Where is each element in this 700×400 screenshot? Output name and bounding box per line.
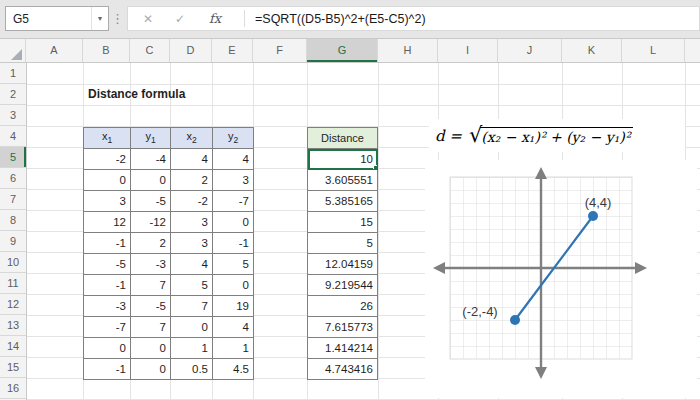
- column-header-L[interactable]: L: [622, 39, 685, 62]
- cell[interactable]: 5.385165: [308, 191, 378, 212]
- column-header-C[interactable]: C: [130, 39, 170, 62]
- distance-formula-image[interactable]: d = √ (x₂ − x₁)² + (y₂ − y₁)²: [429, 119, 685, 152]
- row-header-12[interactable]: 12: [0, 294, 26, 315]
- cell[interactable]: 0: [213, 212, 254, 233]
- cell[interactable]: 3: [84, 191, 131, 212]
- name-box[interactable]: G5 ▾: [5, 6, 109, 31]
- row-header-2[interactable]: 2: [0, 84, 26, 105]
- cell[interactable]: 26: [308, 296, 378, 317]
- row-header-1[interactable]: 1: [0, 63, 26, 84]
- column-header-K[interactable]: K: [562, 39, 622, 62]
- column-header-D[interactable]: D: [170, 39, 212, 62]
- cell[interactable]: 4: [171, 149, 213, 170]
- column-header-x1[interactable]: x1: [84, 128, 131, 149]
- select-all-corner[interactable]: [0, 39, 26, 62]
- cell[interactable]: -1: [84, 233, 131, 254]
- column-header-I[interactable]: I: [438, 39, 498, 62]
- cell[interactable]: 9.219544: [308, 275, 378, 296]
- cancel-icon[interactable]: ✕: [136, 12, 160, 26]
- row-header-13[interactable]: 13: [0, 315, 26, 336]
- fill-handle[interactable]: [373, 165, 378, 170]
- cell[interactable]: 12.04159: [308, 254, 378, 275]
- cell[interactable]: 7.615773: [308, 317, 378, 338]
- selected-cell-G5[interactable]: 10: [308, 149, 378, 170]
- cell[interactable]: 5: [308, 233, 378, 254]
- coordinate-plane-chart[interactable]: (-2,-4) (4,4): [425, 160, 697, 398]
- cell[interactable]: -5: [131, 296, 171, 317]
- cell[interactable]: 4.743416: [308, 359, 378, 380]
- cell[interactable]: 0: [84, 338, 131, 359]
- cell[interactable]: -5: [131, 191, 171, 212]
- column-header-F[interactable]: F: [253, 39, 307, 62]
- cell[interactable]: -7: [213, 191, 254, 212]
- column-header-H[interactable]: H: [378, 39, 438, 62]
- row-header-16[interactable]: 16: [0, 378, 26, 399]
- cell[interactable]: 3.605551: [308, 170, 378, 191]
- row-header-3[interactable]: 3: [0, 105, 26, 126]
- formula-input[interactable]: =SQRT((D5-B5)^2+(E5-C5)^2): [255, 12, 426, 26]
- column-header-y1[interactable]: y1: [131, 128, 171, 149]
- enter-icon[interactable]: ✓: [168, 12, 192, 26]
- cell[interactable]: 4: [171, 254, 213, 275]
- row-header-7[interactable]: 7: [0, 189, 26, 210]
- row-header-4[interactable]: 4: [0, 126, 26, 147]
- cell[interactable]: 5: [213, 254, 254, 275]
- cell[interactable]: 0: [171, 317, 213, 338]
- cell[interactable]: 3: [213, 170, 254, 191]
- cell[interactable]: 19: [213, 296, 254, 317]
- cell[interactable]: 5: [171, 275, 213, 296]
- cell[interactable]: 0: [131, 338, 171, 359]
- row-header-11[interactable]: 11: [0, 273, 26, 294]
- cell[interactable]: -12: [131, 212, 171, 233]
- cell[interactable]: 3: [171, 212, 213, 233]
- column-header-G[interactable]: G: [307, 39, 378, 62]
- cell[interactable]: 0: [84, 170, 131, 191]
- row-header-5[interactable]: 5: [0, 147, 26, 168]
- column-header-A[interactable]: A: [26, 39, 83, 62]
- cell[interactable]: 7: [171, 296, 213, 317]
- cell[interactable]: 4: [213, 317, 254, 338]
- cell[interactable]: 4.5: [213, 359, 254, 380]
- cell[interactable]: -3: [131, 254, 171, 275]
- insert-function-icon[interactable]: fx: [202, 11, 228, 26]
- column-header-x2[interactable]: x2: [171, 128, 213, 149]
- cell[interactable]: 0: [131, 170, 171, 191]
- row-header-9[interactable]: 9: [0, 231, 26, 252]
- spreadsheet-app: G5 ▾ ⋮ ✕ ✓ fx =SQRT((D5-B5)^2+(E5-C5)^2)…: [0, 0, 700, 400]
- cell[interactable]: -1: [84, 359, 131, 380]
- cell[interactable]: 2: [171, 170, 213, 191]
- cell[interactable]: 0: [131, 359, 171, 380]
- cell[interactable]: 2: [131, 233, 171, 254]
- row-header-6[interactable]: 6: [0, 168, 26, 189]
- cell[interactable]: -2: [171, 191, 213, 212]
- column-header-B[interactable]: B: [83, 39, 130, 62]
- cell[interactable]: 15: [308, 212, 378, 233]
- cell[interactable]: 7: [131, 275, 171, 296]
- column-header-J[interactable]: J: [498, 39, 562, 62]
- cell-title[interactable]: Distance formula: [88, 84, 185, 105]
- cell[interactable]: 0: [213, 275, 254, 296]
- cell[interactable]: 3: [171, 233, 213, 254]
- cell[interactable]: 1: [171, 338, 213, 359]
- cell[interactable]: -2: [84, 149, 131, 170]
- cell[interactable]: 1: [213, 338, 254, 359]
- column-header-y2[interactable]: y2: [213, 128, 254, 149]
- chevron-down-icon[interactable]: ▾: [91, 7, 108, 30]
- distance-header-cell[interactable]: Distance: [308, 128, 378, 149]
- row-header-15[interactable]: 15: [0, 357, 26, 378]
- cell[interactable]: -3: [84, 296, 131, 317]
- cell[interactable]: 0.5: [171, 359, 213, 380]
- cell[interactable]: 12: [84, 212, 131, 233]
- cell[interactable]: -1: [84, 275, 131, 296]
- cell[interactable]: 1.414214: [308, 338, 378, 359]
- row-header-10[interactable]: 10: [0, 252, 26, 273]
- row-header-8[interactable]: 8: [0, 210, 26, 231]
- cell[interactable]: -7: [84, 317, 131, 338]
- row-header-14[interactable]: 14: [0, 336, 26, 357]
- cell[interactable]: -5: [84, 254, 131, 275]
- cell[interactable]: 7: [131, 317, 171, 338]
- cell[interactable]: -1: [213, 233, 254, 254]
- cell[interactable]: 4: [213, 149, 254, 170]
- column-header-E[interactable]: E: [212, 39, 253, 62]
- cell[interactable]: -4: [131, 149, 171, 170]
